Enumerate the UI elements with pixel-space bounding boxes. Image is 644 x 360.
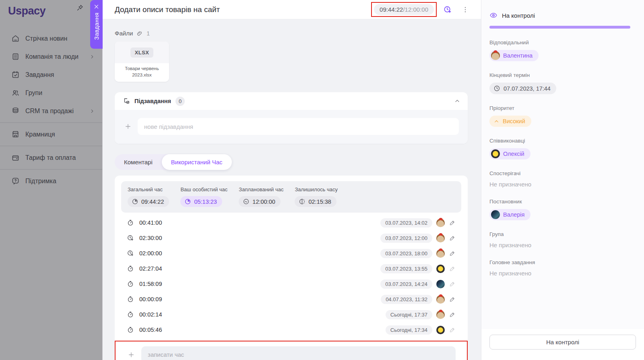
entry-date-badge: 03.07.2023, 12:00 [380, 234, 432, 243]
file-name: Товари червень 2023.xlsx [115, 63, 169, 82]
subtasks-card: Підзавдання 0 [115, 92, 468, 144]
comments-time-tabs: КоментаріВикористаний Час [115, 154, 232, 170]
person-pill-author[interactable]: Валерія [489, 209, 530, 220]
edit-pencil-icon[interactable] [449, 311, 456, 318]
avatar [436, 310, 445, 319]
entry-duration: 02:00:00 [139, 250, 162, 257]
time-entry-row: 02:00:0003.07.2023, 18:00 [123, 246, 459, 261]
task-body: Файли 1 XLSX Товари червень 2023.xlsx Пі… [103, 19, 481, 360]
detail-fields: ВідповідальнийВалентинаКінцевий термін07… [489, 39, 630, 277]
clock-icon [493, 85, 500, 92]
time-metric: Ваш особистий час05:13:23 [180, 186, 227, 207]
empty-value-watchers[interactable]: Не призначено [489, 181, 531, 188]
metric-value-pill: 05:13:23 [180, 196, 222, 207]
subtasks-count-badge: 0 [175, 97, 185, 106]
edit-pencil-icon[interactable] [449, 235, 456, 241]
eye-icon [489, 11, 497, 19]
kebab-menu-icon[interactable] [462, 6, 469, 13]
task-panel-tab[interactable]: Завдання [90, 0, 103, 49]
entry-duration: 00:02:14 [139, 311, 162, 318]
edit-pencil-icon[interactable] [449, 250, 456, 257]
time-summary: Загальний час09:44:22Ваш особистий час05… [121, 181, 461, 213]
status-action-button[interactable]: На контролі [489, 335, 636, 350]
time-entry-row: 01:58:0903.07.2023, 14:24 [123, 276, 459, 292]
entry-date-badge: Сьогодні, 17:34 [386, 325, 432, 335]
entry-date-badge: 03.07.2023, 14:24 [380, 279, 432, 289]
priority-pill[interactable]: Високий [489, 116, 531, 127]
metric-label: Ваш особистий час [180, 186, 227, 192]
edit-pencil-icon[interactable] [449, 219, 456, 226]
metric-label: Запланований час [239, 186, 283, 192]
avatar [436, 265, 445, 273]
entry-date-badge: 03.07.2023, 18:00 [380, 249, 432, 258]
status-label: На контролі [502, 12, 535, 19]
subtask-icon [123, 97, 130, 105]
time-metric: Залишилось часу02:15:38 [295, 186, 337, 207]
task-header: Додати описи товарів на сайт 09:44:22/12… [103, 0, 481, 19]
time-entry-row: 02:27:0403.07.2023, 13:55 [123, 261, 459, 276]
add-time-plus-icon[interactable] [128, 351, 135, 358]
avatar [436, 295, 445, 304]
chevron-up-icon [493, 118, 500, 124]
stopwatch-icon [127, 219, 134, 226]
field-group: ГрупаНе призначено [489, 231, 630, 248]
field-label: Постановник [489, 199, 630, 205]
field-responsible: ВідповідальнийВалентина [489, 39, 630, 61]
time-input-row-wrap [115, 341, 468, 360]
timer-planned: /12:00:00 [403, 6, 428, 13]
time-entry-row: 00:00:0904.07.2023, 11:32 [123, 292, 459, 307]
time-entry-row: 00:41:0003.07.2023, 14:02 [123, 215, 459, 230]
clock-half-icon [299, 198, 305, 205]
add-time-icon[interactable] [443, 5, 452, 14]
field-priority: ПріоритетВисокий [489, 105, 630, 127]
metric-value: 02:15:38 [308, 199, 331, 205]
collapse-chevron-icon[interactable] [454, 98, 460, 104]
files-section-header: Файли 1 [115, 30, 468, 37]
avatar [436, 249, 445, 258]
file-type-area: XLSX [115, 41, 169, 63]
file-type-badge: XLSX [130, 48, 154, 58]
metric-value-pill: 09:44:22 [128, 196, 169, 207]
clock-wave-icon [243, 198, 250, 205]
edit-pencil-icon[interactable] [449, 265, 456, 272]
priority-value: Високий [503, 118, 525, 124]
field-label: Відповідальний [489, 39, 630, 46]
edit-pencil-icon[interactable] [449, 281, 456, 287]
edit-pencil-icon[interactable] [449, 327, 456, 333]
time-entry-row: 00:02:14Сьогодні, 17:37 [123, 307, 459, 322]
add-subtask-plus-icon[interactable] [124, 123, 132, 130]
task-status[interactable]: На контролі [489, 11, 630, 19]
subtasks-header: Підзавдання 0 [115, 92, 468, 110]
clock-pie-icon [184, 198, 191, 205]
log-time-input[interactable] [141, 346, 456, 360]
file-attachment-card[interactable]: XLSX Товари червень 2023.xlsx [115, 41, 169, 82]
close-icon[interactable] [93, 4, 99, 10]
entry-duration: 00:41:00 [139, 219, 162, 226]
tab-comments[interactable]: Коментарі [115, 154, 162, 170]
empty-value-group[interactable]: Не призначено [489, 242, 531, 248]
avatar [491, 149, 500, 158]
stopwatch-icon [127, 326, 134, 333]
subtasks-title: Підзавдання [134, 98, 171, 104]
person-pill-responsible[interactable]: Валентина [489, 50, 539, 61]
tab-time-spent[interactable]: Використаний Час [162, 154, 232, 170]
time-entries-list: 00:41:0003.07.2023, 14:0202:30:0003.07.2… [121, 213, 461, 337]
edit-pencil-icon[interactable] [449, 296, 456, 302]
empty-value-parent_task[interactable]: Не призначено [489, 270, 531, 277]
stopwatch-icon [127, 311, 134, 318]
clock-add-icon [127, 234, 134, 242]
person-pill-coexecutors[interactable]: Олексій [489, 148, 530, 159]
avatar [436, 280, 445, 288]
entry-duration: 02:27:04 [139, 265, 162, 272]
new-subtask-input[interactable] [138, 118, 459, 135]
field-label: Спостерігачі [489, 170, 630, 176]
entry-duration: 00:05:46 [139, 327, 162, 333]
deadline-pill[interactable]: 07.07.2023, 17:44 [489, 83, 556, 94]
page-title: Додати описи товарів на сайт [115, 5, 371, 14]
annotation-box-timer: 09:44:22/12:00:00 [371, 2, 437, 17]
task-timer[interactable]: 09:44:22/12:00:00 [374, 4, 434, 15]
status-progress-bar [489, 26, 630, 29]
timer-elapsed: 09:44:22 [380, 6, 403, 13]
task-details-sidebar: На контролі ВідповідальнийВалентинаКінце… [481, 0, 644, 360]
time-entry-row: 00:05:46Сьогодні, 17:34 [123, 322, 459, 337]
